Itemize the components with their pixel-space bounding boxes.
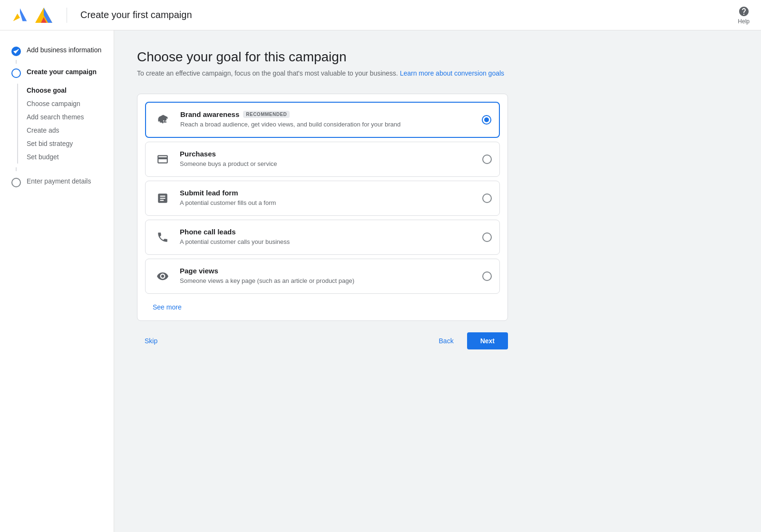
see-more-link[interactable]: See more [145,298,189,313]
page-views-title-row: Page views [180,267,475,275]
substep-line-2 [17,97,18,110]
goals-card: Brand awareness RECOMMENDED Reach a broa… [137,94,508,321]
brand-awareness-badge: RECOMMENDED [243,111,290,118]
brand-awareness-title-row: Brand awareness RECOMMENDED [180,110,474,118]
substep-line [17,84,18,97]
phone-call-leads-title-row: Phone call leads [180,228,475,236]
step-circle-create-campaign [11,68,21,78]
purchases-title-row: Purchases [180,150,475,158]
substep-choose-goal[interactable]: Choose goal [27,84,114,97]
help-button[interactable]: Help [738,6,750,25]
sidebar-step-label-create-campaign: Create your campaign [27,68,97,77]
sidebar: Add business information Create your cam… [0,30,114,532]
phone-call-leads-content: Phone call leads A potential customer ca… [180,228,475,246]
sidebar-step-create-campaign[interactable]: Create your campaign [0,64,114,82]
header-title: Create your first campaign [80,10,192,20]
radio-inner-brand-awareness [484,117,489,122]
submit-lead-form-title-row: Submit lead form [180,189,475,197]
submit-lead-form-content: Submit lead form A potential customer fi… [180,189,475,207]
page-views-name: Page views [180,267,218,275]
purchases-radio[interactable] [482,155,492,164]
submit-lead-form-name: Submit lead form [180,189,238,197]
purchases-name: Purchases [180,150,216,158]
brand-awareness-content: Brand awareness RECOMMENDED Reach a broa… [180,110,474,129]
substep-line-3 [17,110,18,124]
brand-awareness-name: Brand awareness [180,110,239,118]
checkmark-icon [13,48,19,54]
substep-add-search-themes[interactable]: Add search themes [27,110,114,124]
step-connector-2 [16,167,17,171]
help-icon [738,6,750,17]
brand-awareness-icon [154,110,173,129]
substep-create-ads[interactable]: Create ads [27,124,114,137]
submit-lead-form-desc: A potential customer fills out a form [180,199,276,206]
step-circle-add-business [11,47,21,56]
skip-button[interactable]: Skip [137,333,165,348]
substep-set-budget[interactable]: Set budget [27,150,114,164]
footer-right-buttons: Back Next [431,332,508,349]
purchases-icon [153,150,172,169]
page-title: Choose your goal for this campaign [137,49,738,65]
logo-area: Create your first campaign [11,7,192,24]
page-views-radio[interactable] [482,271,492,281]
learn-more-link[interactable]: Learn more about conversion goals [400,69,504,77]
substep-line-5 [17,137,18,150]
main-content: Choose your goal for this campaign To cr… [114,30,761,532]
back-button[interactable]: Back [431,332,461,349]
phone-call-leads-desc: A potential customer calls your business [180,238,290,245]
phone-call-leads-radio[interactable] [482,232,492,242]
submit-lead-form-radio[interactable] [482,193,492,203]
goal-option-phone-call-leads[interactable]: Phone call leads A potential customer ca… [145,220,500,255]
substep-choose-campaign[interactable]: Choose campaign [27,97,114,110]
help-label: Help [738,18,750,25]
goal-option-purchases[interactable]: Purchases Someone buys a product or serv… [145,142,500,177]
phone-call-leads-name: Phone call leads [180,228,236,236]
google-ads-logo [11,7,29,24]
brand-awareness-radio[interactable] [482,115,491,125]
substeps-container: Choose goal Choose campaign Add search t… [0,84,114,164]
substep-line-6 [17,150,18,164]
page-subtitle: To create an effective campaign, focus o… [137,68,738,78]
brand-awareness-desc: Reach a broad audience, get video views,… [180,121,400,128]
google-ads-logo-svg [34,7,53,24]
page-views-content: Page views Someone views a key page (suc… [180,267,475,285]
sidebar-step-label-enter-payment: Enter payment details [27,177,91,186]
sidebar-step-enter-payment[interactable]: Enter payment details [0,173,114,191]
goal-option-page-views[interactable]: Page views Someone views a key page (suc… [145,259,500,294]
purchases-content: Purchases Someone buys a product or serv… [180,150,475,168]
header: Create your first campaign Help [0,0,761,30]
submit-lead-form-icon [153,189,172,208]
goal-option-submit-lead-form[interactable]: Submit lead form A potential customer fi… [145,181,500,216]
page-views-icon [153,267,172,286]
sidebar-step-label-add-business: Add business information [27,46,101,55]
footer: Skip Back Next [137,321,508,349]
header-divider [67,8,67,23]
next-button[interactable]: Next [467,332,508,349]
main-layout: Add business information Create your cam… [0,30,761,532]
substep-set-bid-strategy[interactable]: Set bid strategy [27,137,114,150]
page-views-desc: Someone views a key page (such as an art… [180,277,354,284]
phone-call-leads-icon [153,228,172,247]
substep-line-4 [17,124,18,137]
step-connector-1 [16,60,17,64]
sidebar-step-add-business[interactable]: Add business information [0,42,114,60]
goal-option-brand-awareness[interactable]: Brand awareness RECOMMENDED Reach a broa… [145,102,500,138]
purchases-desc: Someone buys a product or service [180,160,277,167]
step-circle-enter-payment [11,178,21,187]
